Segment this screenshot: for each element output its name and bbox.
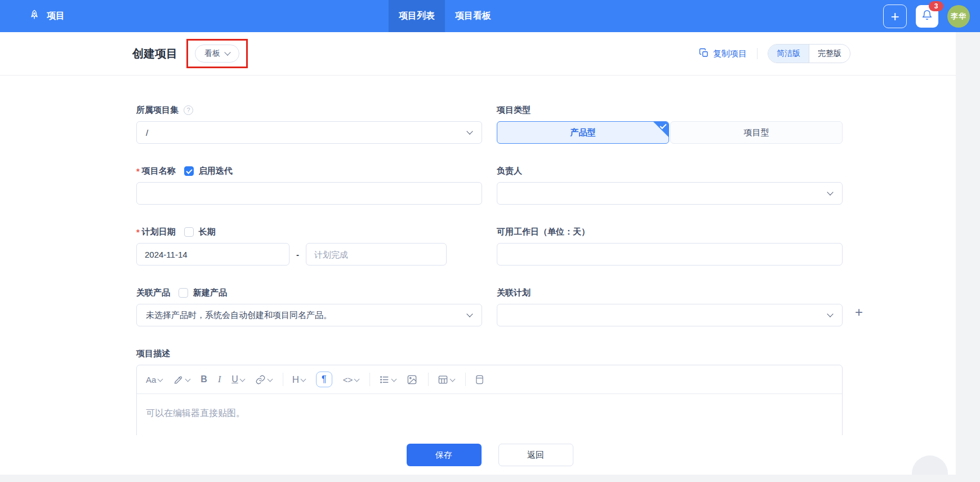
- board-type-dropdown[interactable]: 看板: [195, 45, 239, 63]
- owner-select[interactable]: [497, 182, 843, 205]
- back-button[interactable]: 返回: [498, 444, 573, 466]
- main-content: 创建项目 看板 复制项目: [0, 32, 956, 475]
- chevron-down-icon: [391, 376, 397, 382]
- image-icon: [407, 374, 417, 385]
- header-tabs: 项目列表 项目看板: [389, 0, 501, 32]
- page-title: 创建项目: [132, 46, 177, 61]
- field-project-set: 所属项目集 ? /: [136, 104, 482, 144]
- linked-plan-label: 关联计划: [497, 288, 531, 298]
- chevron-down-icon: [466, 311, 473, 317]
- page-titlebar: 创建项目 看板 复制项目: [0, 32, 956, 76]
- create-project-form: 所属项目集 ? / 项目类型 产品型: [136, 76, 843, 461]
- owner-label: 负责人: [497, 166, 522, 176]
- field-linked-product: 关联产品 新建产品 未选择产品时，系统会自动创建和项目同名产品。: [136, 287, 482, 326]
- chevron-down-icon: [224, 49, 230, 55]
- chevron-down-icon: [185, 376, 191, 382]
- editor-toolbar: Aa B: [137, 365, 842, 394]
- new-product-checkbox[interactable]: [179, 288, 188, 298]
- project-set-value: /: [146, 128, 148, 138]
- project-set-select[interactable]: /: [136, 121, 482, 144]
- list-button[interactable]: [379, 374, 396, 385]
- linked-plan-select[interactable]: [497, 304, 843, 326]
- rocket-icon: [28, 9, 41, 24]
- code-button[interactable]: <>: [343, 375, 359, 384]
- copy-icon: [699, 48, 709, 60]
- iteration-checkbox[interactable]: [184, 166, 194, 176]
- workdays-label: 可用工作日（单位：天）: [497, 227, 590, 237]
- workdays-input[interactable]: [497, 243, 843, 266]
- linked-product-select[interactable]: 未选择产品时，系统会自动创建和项目同名产品。: [136, 304, 482, 326]
- tab-project-board[interactable]: 项目看板: [445, 0, 501, 32]
- toggle-simple-version[interactable]: 简洁版: [768, 45, 809, 63]
- heading-button[interactable]: H: [292, 375, 305, 384]
- save-button[interactable]: 保存: [407, 444, 482, 466]
- editor-placeholder: 可以在编辑器直接贴图。: [146, 408, 245, 418]
- bell-icon: [921, 10, 933, 23]
- field-project-name: * 项目名称 启用迭代: [136, 165, 482, 205]
- chevron-down-icon: [239, 376, 245, 382]
- underline-button[interactable]: U: [231, 375, 244, 384]
- bullet-list-icon: [379, 374, 390, 385]
- toolbar-divider: [283, 373, 283, 386]
- date-separator: -: [296, 250, 299, 259]
- link-icon: [255, 374, 266, 385]
- add-button[interactable]: +: [883, 5, 907, 28]
- avatar[interactable]: 李华: [947, 5, 970, 28]
- header-actions: + 3 李华: [883, 0, 970, 32]
- description-label: 项目描述: [136, 348, 170, 359]
- field-plan-date: * 计划日期 长期 -: [136, 226, 482, 266]
- top-header: 项目 项目列表 项目看板 + 3 李华: [0, 0, 980, 32]
- type-option-product[interactable]: 产品型: [497, 121, 669, 144]
- chevron-down-icon: [827, 189, 833, 195]
- notifications-button[interactable]: 3: [916, 5, 938, 28]
- plan-start-input[interactable]: [136, 243, 289, 266]
- bold-button[interactable]: B: [201, 375, 207, 384]
- text-color-button[interactable]: [173, 374, 190, 385]
- project-name-label: 项目名称: [142, 166, 176, 176]
- panel-button[interactable]: [475, 374, 484, 385]
- toolbar-divider: [465, 373, 466, 386]
- form-footer: 保存 返回: [0, 435, 956, 475]
- link-button[interactable]: [255, 374, 272, 385]
- toggle-full-version[interactable]: 完整版: [809, 45, 850, 63]
- tab-project-list[interactable]: 项目列表: [389, 0, 445, 32]
- annotation-red-box: 看板: [186, 39, 248, 68]
- notification-badge: 3: [929, 1, 943, 11]
- table-icon: [438, 374, 448, 385]
- plan-date-label: 计划日期: [142, 227, 176, 237]
- app-window: 项目 项目列表 项目看板 + 3 李华: [0, 0, 980, 482]
- copy-project-link[interactable]: 复制项目: [699, 48, 747, 60]
- app-brand[interactable]: 项目: [28, 0, 65, 32]
- chevron-down-icon: [354, 376, 360, 382]
- chevron-down-icon: [267, 376, 273, 382]
- pen-color-icon: [173, 374, 184, 385]
- font-style-button[interactable]: Aa: [146, 375, 162, 384]
- longterm-label: 长期: [199, 227, 216, 237]
- project-set-label: 所属项目集: [136, 105, 179, 116]
- longterm-checkbox[interactable]: [184, 227, 194, 237]
- editor-content[interactable]: 可以在编辑器直接贴图。: [137, 394, 842, 433]
- plan-end-input[interactable]: [306, 243, 447, 266]
- table-button[interactable]: [438, 374, 455, 385]
- plus-icon: +: [890, 9, 899, 24]
- required-mark: *: [136, 166, 140, 176]
- toolbar-divider: [428, 373, 429, 386]
- iteration-label: 启用迭代: [199, 166, 233, 176]
- chevron-down-icon: [466, 128, 473, 134]
- help-icon[interactable]: ?: [184, 105, 193, 115]
- chevron-down-icon: [158, 376, 163, 382]
- italic-button[interactable]: I: [218, 375, 221, 384]
- type-option-project[interactable]: 项目型: [670, 121, 843, 144]
- project-name-input[interactable]: [136, 182, 482, 205]
- chevron-down-icon: [301, 376, 306, 382]
- app-title: 项目: [47, 10, 65, 22]
- field-project-type: 项目类型 产品型 项目型: [497, 104, 843, 144]
- paragraph-button[interactable]: ¶: [316, 372, 332, 387]
- version-toggle: 简洁版 完整版: [768, 44, 850, 63]
- add-plan-button[interactable]: +: [855, 306, 863, 319]
- chevron-down-icon: [450, 376, 456, 382]
- project-type-label: 项目类型: [497, 105, 531, 116]
- titlebar-actions: 复制项目 简洁版 完整版: [699, 44, 850, 63]
- field-workdays: 可用工作日（单位：天）: [497, 226, 843, 266]
- image-button[interactable]: [407, 374, 417, 385]
